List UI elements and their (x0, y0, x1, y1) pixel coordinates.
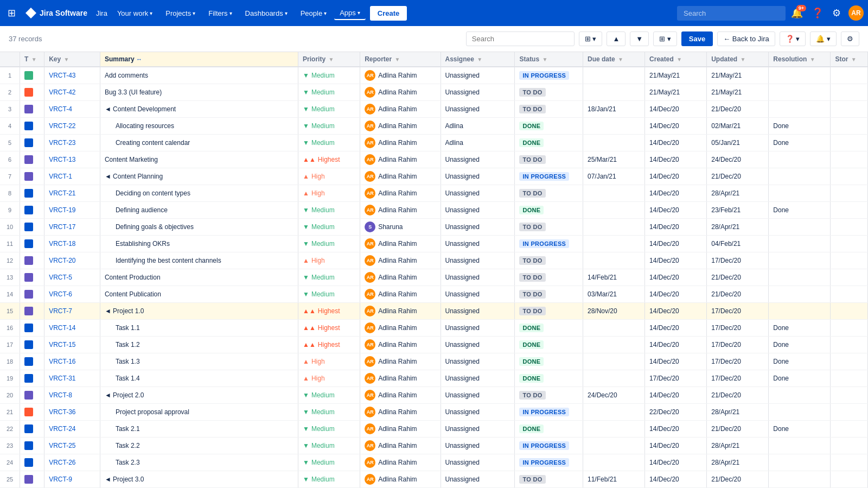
table-row[interactable]: 21 VRCT-36 Project proposal approval ▼ M… (0, 404, 868, 421)
table-row[interactable]: 6 VRCT-13 Content Marketing ▲▲ Highest A… (0, 151, 868, 168)
row-key[interactable]: VRCT-7 (44, 303, 100, 320)
notification-icon-button[interactable]: 🔔 ▾ (810, 31, 837, 46)
jira-logo[interactable]: Jira Software (21, 8, 92, 18)
table-row[interactable]: 25 VRCT-9 ◄ Project 3.0 ▼ Medium AR Adli… (0, 471, 868, 488)
table-row[interactable]: 24 VRCT-26 Task 2.3 ▼ Medium AR Adlina R… (0, 454, 868, 471)
row-key[interactable]: VRCT-16 (44, 353, 100, 370)
row-key[interactable]: VRCT-26 (44, 454, 100, 471)
row-key[interactable]: VRCT-9 (44, 471, 100, 488)
nav-dashboards[interactable]: Dashboards ▾ (240, 7, 293, 20)
row-key[interactable]: VRCT-6 (44, 286, 100, 303)
col-header-priority[interactable]: Priority ▼ (298, 52, 360, 67)
nav-apps[interactable]: Apps ▾ (334, 7, 366, 20)
nav-people[interactable]: People ▾ (295, 7, 332, 20)
settings-icon-button[interactable]: ⚙ (841, 31, 859, 46)
issue-key-link[interactable]: VRCT-42 (49, 88, 75, 96)
view-button[interactable]: ⊞ ▾ (653, 31, 677, 46)
table-row[interactable]: 7 VRCT-1 ◄ Content Planning ▲ High AR Ad… (0, 168, 868, 185)
row-key[interactable]: VRCT-4 (44, 101, 100, 118)
issue-key-link[interactable]: VRCT-15 (49, 341, 75, 348)
table-row[interactable]: 20 VRCT-8 ◄ Project 2.0 ▼ Medium AR Adli… (0, 387, 868, 404)
issue-key-link[interactable]: VRCT-6 (49, 290, 72, 298)
sort-up-button[interactable]: ▲ (607, 31, 626, 46)
issue-key-link[interactable]: VRCT-23 (49, 139, 75, 147)
col-header-assignee[interactable]: Assignee ▼ (441, 52, 515, 67)
row-key[interactable]: VRCT-20 (44, 252, 100, 269)
table-row[interactable]: 2 VRCT-42 Bug 3.3 (UI feature) ▼ Medium … (0, 84, 868, 101)
notifications-button[interactable]: 🔔 9+ (788, 5, 806, 21)
settings-button[interactable]: ⚙ (829, 5, 844, 21)
table-row[interactable]: 9 VRCT-19 Defining audience ▼ Medium AR … (0, 202, 868, 219)
issue-key-link[interactable]: VRCT-4 (49, 105, 72, 113)
group-by-button[interactable]: ⊞ ▾ (579, 31, 603, 46)
table-row[interactable]: 13 VRCT-5 Content Production ▼ Medium AR… (0, 269, 868, 286)
create-button[interactable]: Create (370, 6, 407, 21)
issue-key-link[interactable]: VRCT-43 (49, 72, 75, 79)
table-row[interactable]: 18 VRCT-16 Task 1.3 ▲ High AR Adlina Rah… (0, 353, 868, 370)
col-header-status[interactable]: Status ▼ (515, 52, 583, 67)
help-icon-button[interactable]: ❓ ▾ (780, 31, 806, 46)
row-key[interactable]: VRCT-25 (44, 438, 100, 454)
table-row[interactable]: 12 VRCT-20 Identifying the best content … (0, 252, 868, 269)
col-header-type[interactable]: T ▼ (20, 52, 44, 67)
row-key[interactable]: VRCT-8 (44, 387, 100, 404)
nav-projects[interactable]: Projects ▾ (160, 7, 201, 20)
back-to-jira-button[interactable]: ← Back to Jira (717, 31, 775, 46)
sort-down-button[interactable]: ▼ (630, 31, 649, 46)
table-row[interactable]: 8 VRCT-21 Deciding on content types ▲ Hi… (0, 185, 868, 202)
row-key[interactable]: VRCT-15 (44, 337, 100, 353)
table-row[interactable]: 19 VRCT-31 Task 1.4 ▲ High AR Adlina Rah… (0, 370, 868, 387)
col-header-duedate[interactable]: Due date ▼ (583, 52, 644, 67)
issue-key-link[interactable]: VRCT-14 (49, 324, 75, 332)
col-header-story[interactable]: Stor ▼ (831, 52, 868, 67)
row-key[interactable]: VRCT-42 (44, 84, 100, 101)
table-row[interactable]: 3 VRCT-4 ◄ Content Development ▼ Medium … (0, 101, 868, 118)
col-header-updated[interactable]: Updated ▼ (707, 52, 769, 67)
table-row[interactable]: 23 VRCT-25 Task 2.2 ▼ Medium AR Adlina R… (0, 438, 868, 454)
row-key[interactable]: VRCT-1 (44, 168, 100, 185)
table-row[interactable]: 15 VRCT-7 ◄ Project 1.0 ▲▲ Highest AR Ad… (0, 303, 868, 320)
issue-key-link[interactable]: VRCT-9 (49, 476, 72, 483)
row-key[interactable]: VRCT-22 (44, 118, 100, 135)
col-header-reporter[interactable]: Reporter ▼ (360, 52, 441, 67)
table-row[interactable]: 1 VRCT-43 Add comments ▼ Medium AR Adlin… (0, 67, 868, 84)
col-header-resolution[interactable]: Resolution ▼ (769, 52, 831, 67)
row-key[interactable]: VRCT-19 (44, 202, 100, 219)
col-header-checkbox[interactable] (0, 52, 20, 67)
row-key[interactable]: VRCT-31 (44, 370, 100, 387)
table-row[interactable]: 11 VRCT-18 Establishing OKRs ▼ Medium AR… (0, 236, 868, 252)
issue-key-link[interactable]: VRCT-1 (49, 173, 72, 180)
issue-key-link[interactable]: VRCT-26 (49, 459, 75, 466)
row-key[interactable]: VRCT-43 (44, 67, 100, 84)
row-key[interactable]: VRCT-21 (44, 185, 100, 202)
table-row[interactable]: 16 VRCT-14 Task 1.1 ▲▲ Highest AR Adlina… (0, 320, 868, 337)
col-header-key[interactable]: Key ▼ (44, 52, 100, 67)
issue-key-link[interactable]: VRCT-25 (49, 442, 75, 449)
issue-key-link[interactable]: VRCT-13 (49, 156, 75, 163)
issue-key-link[interactable]: VRCT-18 (49, 240, 75, 248)
issue-key-link[interactable]: VRCT-22 (49, 122, 75, 130)
table-row[interactable]: 14 VRCT-6 Content Publication ▼ Medium A… (0, 286, 868, 303)
issue-key-link[interactable]: VRCT-5 (49, 274, 72, 281)
row-key[interactable]: VRCT-5 (44, 269, 100, 286)
row-key[interactable]: VRCT-14 (44, 320, 100, 337)
table-row[interactable]: 17 VRCT-15 Task 1.2 ▲▲ Highest AR Adlina… (0, 337, 868, 353)
help-button[interactable]: ❓ (808, 5, 827, 21)
grid-icon[interactable]: ⊞ (4, 5, 19, 21)
issue-key-link[interactable]: VRCT-36 (49, 408, 75, 416)
issue-key-link[interactable]: VRCT-21 (49, 189, 75, 197)
col-header-summary[interactable]: Summary ↔ (100, 52, 298, 67)
issue-key-link[interactable]: VRCT-8 (49, 391, 72, 399)
row-key[interactable]: VRCT-17 (44, 219, 100, 236)
issue-key-link[interactable]: VRCT-19 (49, 206, 75, 214)
save-button[interactable]: Save (681, 31, 713, 46)
issue-key-link[interactable]: VRCT-24 (49, 425, 75, 433)
issue-key-link[interactable]: VRCT-31 (49, 375, 75, 382)
col-header-created[interactable]: Created ▼ (645, 52, 707, 67)
nav-filters[interactable]: Filters ▾ (203, 7, 237, 20)
row-key[interactable]: VRCT-36 (44, 404, 100, 421)
row-key[interactable]: VRCT-23 (44, 135, 100, 151)
avatar[interactable]: AR (848, 5, 864, 21)
issue-key-link[interactable]: VRCT-20 (49, 257, 75, 264)
row-key[interactable]: VRCT-13 (44, 151, 100, 168)
